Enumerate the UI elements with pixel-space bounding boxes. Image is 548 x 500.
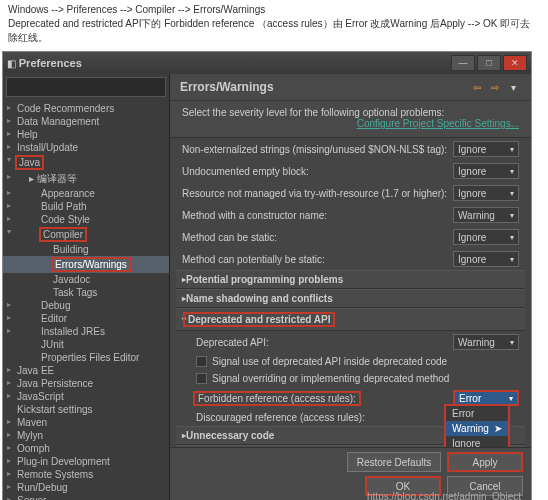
tree-code-recommenders[interactable]: Code Recommenders [3, 102, 169, 115]
tree-server[interactable]: Server [3, 494, 169, 500]
opt-undoc: Undocumented empty block: [182, 166, 453, 177]
tree-javascript[interactable]: JavaScript [3, 390, 169, 403]
options-panel[interactable]: Non-externalized strings (missing/unused… [170, 138, 531, 447]
sect-name-shadowing[interactable]: Name shadowing and conflicts [176, 289, 525, 308]
titlebar: ◧ Preferences — □ ✕ [3, 52, 531, 74]
opt-method-static: Method can be static: [182, 232, 453, 243]
tree-building[interactable]: Building [3, 243, 169, 256]
tree-run-debug[interactable]: Run/Debug [3, 481, 169, 494]
lbl-signal-use: Signal use of deprecated API inside depr… [212, 356, 519, 367]
preferences-tree-panel: Code Recommenders Data Management Help I… [3, 74, 170, 500]
tree-compiler[interactable]: Compiler [3, 226, 169, 243]
back-button[interactable]: ⇦ [469, 80, 485, 94]
caption-line1: Windows --> Priferences --> Compiler -->… [8, 4, 540, 15]
severity-popup[interactable]: Error Warning➤ Ignore [444, 404, 510, 447]
opt-deprecated-api: Deprecated API: [196, 337, 453, 348]
window-title: Preferences [19, 57, 451, 69]
settings-panel: Errors/Warnings ⇦ ⇨ ▾ Select the severit… [170, 74, 531, 500]
sect-deprecated-api[interactable]: Deprecated and restricted API [176, 308, 525, 331]
opt-method-ctor: Method with a constructor name: [182, 210, 453, 221]
sect-potential-problems[interactable]: Potential programming problems [176, 270, 525, 289]
tree-code-style[interactable]: Code Style [3, 213, 169, 226]
tree-debug[interactable]: Debug [3, 299, 169, 312]
chk-signal-use[interactable] [196, 356, 207, 367]
page-title: Errors/Warnings [180, 80, 467, 94]
popup-warning[interactable]: Warning➤ [446, 421, 508, 436]
tree-task-tags[interactable]: Task Tags [3, 286, 169, 299]
filter-input[interactable] [6, 77, 166, 97]
tree-properties-editor[interactable]: Properties Files Editor [3, 351, 169, 364]
maximize-button[interactable]: □ [477, 55, 501, 71]
lbl-signal-override: Signal overriding or implementing deprec… [212, 373, 519, 384]
tree-remote-systems[interactable]: Remote Systems [3, 468, 169, 481]
tree-installed-jres[interactable]: Installed JREs [3, 325, 169, 338]
tree-kickstart[interactable]: Kickstart settings [3, 403, 169, 416]
watermark: https://blog.csdn.net/admin_Object [367, 491, 521, 500]
popup-ignore[interactable]: Ignore [446, 436, 508, 447]
popup-error[interactable]: Error [446, 406, 508, 421]
tree-data-management[interactable]: Data Management [3, 115, 169, 128]
drop-deprecated-api[interactable]: Warning [453, 334, 519, 350]
minimize-button[interactable]: — [451, 55, 475, 71]
tree-help[interactable]: Help [3, 128, 169, 141]
tree-junit[interactable]: JUnit [3, 338, 169, 351]
tree-install-update[interactable]: Install/Update [3, 141, 169, 154]
tree-oomph[interactable]: Oomph [3, 442, 169, 455]
tree-plugin-dev[interactable]: Plug-in Development [3, 455, 169, 468]
project-settings-link[interactable]: Configure Project Specific Settings... [357, 118, 519, 129]
menu-button[interactable]: ▾ [505, 80, 521, 94]
apply-button[interactable]: Apply [447, 452, 523, 472]
forward-button[interactable]: ⇨ [487, 80, 503, 94]
tree-appearance[interactable]: Appearance [3, 187, 169, 200]
drop-method-static[interactable]: Ignore [453, 229, 519, 245]
cursor-icon: ➤ [494, 423, 502, 434]
drop-method-ctor[interactable]: Warning [453, 207, 519, 223]
preferences-tree[interactable]: Code Recommenders Data Management Help I… [3, 100, 169, 500]
restore-defaults-button[interactable]: Restore Defaults [347, 452, 441, 472]
chk-signal-override[interactable] [196, 373, 207, 384]
tree-java-persistence[interactable]: Java Persistence [3, 377, 169, 390]
opt-method-pot-static: Method can potentially be static: [182, 254, 453, 265]
tree-errors-warnings[interactable]: Errors/Warnings [3, 256, 169, 273]
tree-java[interactable]: Java [3, 154, 169, 171]
opt-res-not: Resource not managed via try-with-resour… [182, 188, 453, 199]
opt-non-ext: Non-externalized strings (missing/unused… [182, 144, 453, 155]
tree-editor[interactable]: Editor [3, 312, 169, 325]
caption-line2: Deprecated and restricted API下的 Forbidde… [8, 17, 540, 45]
tree-java-ee[interactable]: Java EE [3, 364, 169, 377]
close-button[interactable]: ✕ [503, 55, 527, 71]
tree-maven[interactable]: Maven [3, 416, 169, 429]
drop-non-ext[interactable]: Ignore [453, 141, 519, 157]
app-icon: ◧ [7, 58, 16, 69]
drop-method-pot-static[interactable]: Ignore [453, 251, 519, 267]
tree-mylyn[interactable]: Mylyn [3, 429, 169, 442]
tree-compiler-root[interactable]: ▸ 编译器等 [3, 171, 169, 187]
opt-forbidden: Forbidden reference (access rules): [196, 393, 453, 404]
drop-res-not[interactable]: Ignore [453, 185, 519, 201]
page-description: Select the severity level for the follow… [182, 107, 444, 118]
preferences-dialog: ◧ Preferences — □ ✕ Code Recommenders Da… [2, 51, 532, 500]
tree-javadoc[interactable]: Javadoc [3, 273, 169, 286]
tree-build-path[interactable]: Build Path [3, 200, 169, 213]
drop-undoc[interactable]: Ignore [453, 163, 519, 179]
